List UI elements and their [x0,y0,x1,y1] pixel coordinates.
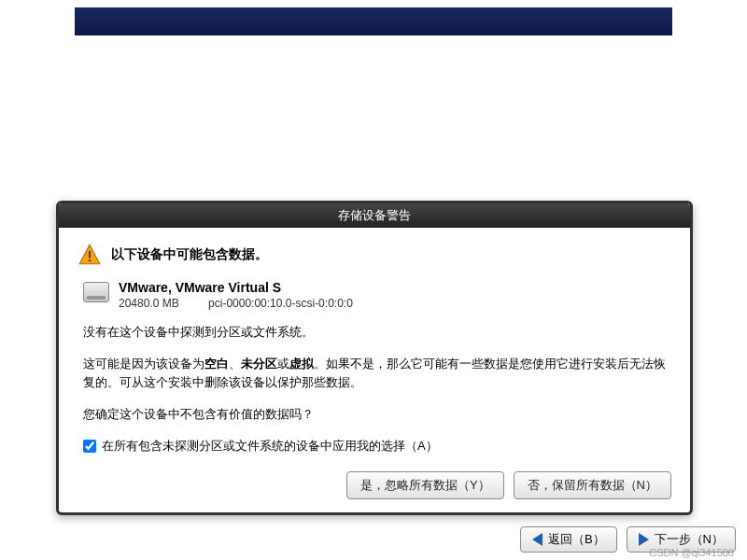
next-label: 下一步（N） [655,531,724,548]
warning-icon [78,243,102,267]
dialog-body: 以下设备中可能包含数据。 VMware, VMware Virtual S 20… [59,228,690,512]
device-row: VMware, VMware Virtual S 20480.0 MB pci-… [83,280,671,310]
dialog-button-row: 是，忽略所有数据（Y） 否，保留所有数据（N） [78,471,671,499]
back-button[interactable]: 返回（B） [520,526,617,553]
message-explanation: 这可能是因为该设备为空白、未分区或虚拟。如果不是，那么它可能有一些数据是您使用它… [83,355,671,392]
wizard-nav: 返回（B） 下一步（N） [520,526,736,553]
warning-heading-row: 以下设备中可能包含数据。 [78,243,671,267]
device-info: VMware, VMware Virtual S 20480.0 MB pci-… [119,280,353,310]
storage-warning-dialog: 存储设备警告 以下设备中可能包含数据。 VMware, VMware Virtu… [56,201,693,515]
svg-rect-1 [89,259,91,261]
hard-drive-icon [83,282,109,302]
device-path: pci-0000:00:10.0-scsi-0:0:0:0 [208,297,353,310]
apply-all-label: 在所有包含未探测分区或文件系统的设备中应用我的选择（A） [102,438,438,455]
message-confirm: 您确定这个设备中不包含有价值的数据吗？ [83,405,671,424]
device-size: 20480.0 MB [119,297,179,310]
arrow-left-icon [532,533,543,546]
installer-header-bar [75,7,672,35]
apply-all-checkbox[interactable] [83,440,96,453]
dialog-title: 存储设备警告 [59,203,690,228]
device-meta: 20480.0 MB pci-0000:00:10.0-scsi-0:0:0:0 [119,297,353,310]
next-button[interactable]: 下一步（N） [627,526,736,553]
apply-all-checkbox-row[interactable]: 在所有包含未探测分区或文件系统的设备中应用我的选择（A） [83,438,671,455]
back-label: 返回（B） [548,531,605,548]
arrow-right-icon [639,533,649,546]
svg-rect-0 [89,251,91,259]
warning-heading: 以下设备中可能包含数据。 [111,246,268,263]
device-name: VMware, VMware Virtual S [119,280,353,295]
message-no-partition: 没有在这个设备中探测到分区或文件系统。 [83,323,671,342]
no-keep-button[interactable]: 否，保留所有数据（N） [514,471,671,499]
yes-discard-button[interactable]: 是，忽略所有数据（Y） [346,471,504,499]
